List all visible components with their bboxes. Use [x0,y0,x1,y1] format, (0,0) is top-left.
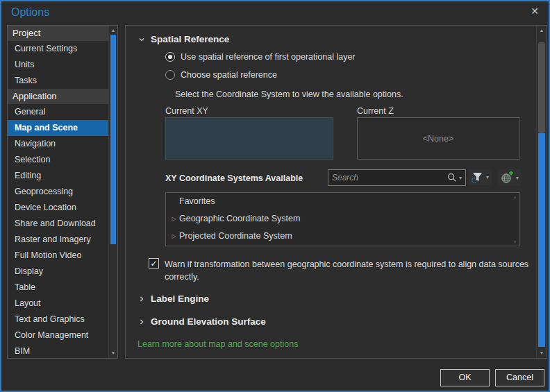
tree-item-favorites[interactable]: Favorites [166,193,519,210]
radio-label: Choose spatial reference [181,70,277,80]
sidebar-item-display[interactable]: Display [8,264,108,280]
search-box[interactable]: ▾ [328,169,466,186]
search-input[interactable] [332,173,445,182]
main-panel: Spatial Reference Use spatial reference … [125,25,547,359]
sidebar-item-general[interactable]: General [8,104,108,120]
sidebar-item-text-and-graphics[interactable]: Text and Graphics [8,312,108,327]
section-title: Label Engine [151,293,209,304]
main-scrollbar-thumb[interactable] [538,42,545,133]
sidebar-item-device-location[interactable]: Device Location [8,200,108,216]
section-title: Ground Elevation Surface [151,316,266,327]
sidebar-item-editing[interactable]: Editing [8,168,108,184]
sidebar-scrollbar[interactable]: ▲ ▼ [108,26,117,358]
search-dropdown-icon[interactable]: ▾ [459,175,462,181]
main-scrollbar-track-fill[interactable] [538,133,545,347]
section-ground-elevation-surface[interactable]: Ground Elevation Surface [138,316,266,327]
search-icon[interactable] [447,173,457,182]
learn-more-link[interactable]: Learn more about map and scene options [138,339,298,349]
sidebar-item-tasks[interactable]: Tasks [8,73,108,89]
section-spatial-reference[interactable]: Spatial Reference [138,34,229,44]
section-title: Spatial Reference [151,34,229,44]
radio-choose-spatial-reference[interactable]: Choose spatial reference [165,70,277,80]
current-z-box[interactable]: <None> [357,117,519,160]
radio-use-first-layer[interactable]: Use spatial reference of first operation… [165,52,356,62]
filter-button[interactable]: ▾ [469,169,492,185]
tree-item-label: Projected Coordinate System [179,228,292,245]
current-z-value: <None> [423,134,453,144]
sidebar-item-share-and-download[interactable]: Share and Download [8,216,108,232]
current-xy-box[interactable] [165,117,333,160]
radio-selected-icon[interactable] [165,52,175,62]
sidebar-header-application: Application [8,89,108,104]
warn-transformation-label: Warn if transformation between geographi… [165,258,531,283]
current-z-label: Current Z [357,106,394,116]
scroll-down-icon[interactable]: ▼ [537,349,547,357]
chevron-right-icon [138,296,145,302]
coordinate-tree[interactable]: ▲ ▼ Favorites▷Geographic Coordinate Syst… [165,192,520,246]
instruction-text: Select the Coordinate System to view the… [175,90,403,99]
sidebar-list: ProjectCurrent SettingsUnitsTasksApplica… [8,26,108,358]
sidebar-item-geoprocessing[interactable]: Geoprocessing [8,184,108,200]
options-dialog: Options ✕ ProjectCurrent SettingsUnitsTa… [0,0,550,392]
title-bar: Options ✕ [1,1,549,25]
radio-unselected-icon[interactable] [165,70,175,80]
dialog-title: Options [11,6,49,19]
sidebar-item-layout[interactable]: Layout [8,296,108,312]
scroll-up-icon[interactable]: ▲ [109,26,117,35]
sidebar-item-color-management[interactable]: Color Management [8,327,108,343]
sidebar-header-project: Project [8,26,108,41]
sidebar-item-units[interactable]: Units [8,57,108,73]
filter-dropdown-icon[interactable]: ▾ [486,174,489,180]
expand-arrow-icon[interactable]: ▷ [169,228,179,245]
globe-dropdown-icon[interactable]: ▾ [516,175,519,181]
expand-arrow-icon[interactable]: ▷ [169,210,179,228]
ok-button[interactable]: OK [440,369,490,386]
sidebar-item-navigation[interactable]: Navigation [8,136,108,152]
main-scrollbar[interactable]: ▲ ▼ [536,26,547,358]
chevron-right-icon [138,318,145,325]
sidebar: ProjectCurrent SettingsUnitsTasksApplica… [7,25,118,359]
globe-add-icon [501,171,513,184]
current-xy-label: Current XY [165,106,208,116]
add-coordinate-system-button[interactable]: ▾ [498,169,522,186]
sidebar-scrollbar-thumb[interactable] [110,35,116,244]
cancel-button[interactable]: Cancel [495,369,544,386]
scroll-down-icon[interactable]: ▼ [109,349,117,357]
filter-icon [472,171,483,183]
tree-item-projected-coordinate-system[interactable]: ▷Projected Coordinate System [166,228,519,245]
scroll-up-icon[interactable]: ▲ [537,26,547,35]
sidebar-item-raster-and-imagery[interactable]: Raster and Imagery [8,232,108,248]
tree-item-label: Geographic Coordinate System [179,210,300,228]
close-icon[interactable]: ✕ [531,6,539,17]
sidebar-item-selection[interactable]: Selection [8,152,108,168]
sidebar-item-current-settings[interactable]: Current Settings [8,41,108,57]
checkbox-checked-icon[interactable]: ✓ [149,258,159,269]
xy-systems-available-label: XY Coordinate Systems Available [165,173,303,183]
tree-item-geographic-coordinate-system[interactable]: ▷Geographic Coordinate System [166,210,519,228]
chevron-down-icon [138,36,145,43]
radio-label: Use spatial reference of first operation… [181,52,356,62]
sidebar-item-map-and-scene[interactable]: Map and Scene [8,120,108,136]
tree-item-label: Favorites [179,193,215,210]
tree-scroll-up-icon[interactable]: ▲ [512,194,517,199]
sidebar-item-table[interactable]: Table [8,280,108,296]
warn-transformation-row[interactable]: ✓ Warn if transformation between geograp… [149,258,531,283]
section-label-engine[interactable]: Label Engine [138,293,209,304]
sidebar-item-full-motion-video[interactable]: Full Motion Video [8,248,108,264]
tree-scroll-down-icon[interactable]: ▼ [512,239,517,244]
sidebar-item-bim[interactable]: BIM [8,343,108,358]
